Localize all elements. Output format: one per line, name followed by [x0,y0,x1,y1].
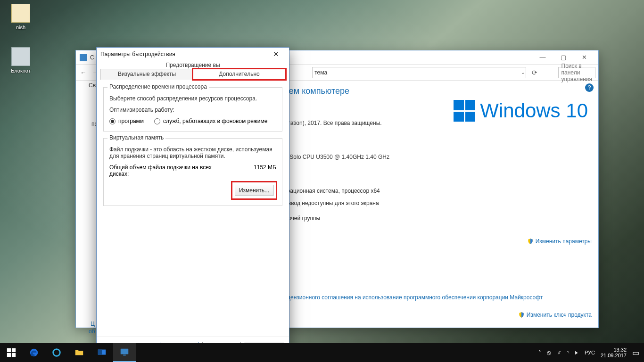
vmem-change-button[interactable]: Изменить... [235,185,273,196]
tray-network-icon[interactable]: ⫽ [556,350,561,355]
refresh-button[interactable]: ⟳ [530,66,539,79]
maximize-button[interactable]: ▢ [553,51,574,64]
windows-start-icon [6,347,17,358]
taskbar[interactable]: ˄ ⎋ ⫽ ◝ 🕨 РУС 13:32 21.09.2017 ▭ [0,343,644,362]
change-settings-text: Изменить параметры [536,238,592,245]
panel-icon [97,347,107,358]
shield-icon [527,238,534,245]
folder-icon [74,347,84,358]
folder-icon [11,4,30,23]
desktop-icon-notepad[interactable]: Блокнот [4,47,38,74]
vmem-total-label: Общий объем файла подкачки на всех диска… [109,164,223,177]
cpu-scheduling-group: Распределение времени процессора Выберит… [103,87,282,132]
windows-brand-text: Windows 10 [480,99,588,122]
window-title-fragment: С [90,54,94,61]
radio-background-services[interactable]: служб, работающих в фоновом режиме [154,118,267,124]
page-heading-suffix: вашем компьютере [273,86,592,96]
tab-row: Визуальные эффекты Дополнительно [100,68,285,80]
radio-icon [154,118,160,124]
left-frag-ob: об [89,328,95,335]
textfile-icon [11,47,30,66]
vmem-legend: Виртуальная память [107,134,165,141]
svg-rect-2 [7,353,11,357]
svg-rect-0 [7,348,11,352]
windows-logo: Windows 10 [454,99,588,122]
svg-rect-7 [98,350,102,355]
dialog-titlebar[interactable]: Параметры быстродействия ✕ [97,48,289,61]
tab-dep-fragment: Предотвращение вы [165,62,220,68]
vmem-total-value: 1152 МБ [254,164,276,177]
cpu-group-text: Выберите способ распределения ресурсов п… [109,95,276,102]
dialog-body: Распределение времени процессора Выберит… [97,80,289,337]
radio-label: программ [118,118,144,124]
taskbar-control-panel[interactable] [113,343,136,362]
change-settings-link[interactable]: Изменить параметры [527,238,592,245]
tab-label: Визуальные эффекты [118,71,176,77]
chevron-down-icon[interactable]: ⌄ [521,70,525,75]
svg-rect-8 [121,349,129,354]
tab-visual-effects[interactable]: Визуальные эффекты [100,69,193,80]
radio-label: служб, работающих в фоновом режиме [163,118,267,124]
tray-wifi-icon[interactable]: ◝ [567,350,568,356]
virtual-memory-group: Виртуальная память Файл подкачки - это о… [103,138,282,206]
license-link-suffix[interactable]: ия лицензионного соглашения на использов… [273,294,543,301]
performance-options-dialog: Параметры быстродействия ✕ Предотвращени… [96,47,289,358]
radio-programs[interactable]: программ [109,118,144,124]
svg-rect-3 [12,353,16,357]
button-label: Изменить... [239,187,269,194]
taskbar-app-1[interactable] [45,343,68,362]
value-r: р [273,258,592,265]
svg-rect-9 [123,355,126,356]
taskbar-app-2[interactable] [91,343,113,362]
left-frag-c: Ц [91,321,95,327]
start-button[interactable] [0,343,23,362]
dialog-close-button[interactable]: ✕ [266,48,285,60]
desktop: nish Блокнот С — ▢ ✕ ← → ⌄ ↑ тема ⌄ ⟳ [0,0,644,362]
windows-logo-icon [454,100,475,122]
tray-location-icon[interactable]: ⎋ [547,349,551,356]
vmem-desc: Файл подкачки - это область на жестком д… [109,146,276,159]
change-key-text: Изменить ключ продукта [527,312,592,318]
optimize-label: Оптимизировать работу: [109,107,276,113]
tray-clock[interactable]: 13:32 21.09.2017 [601,347,627,358]
cpu-value-suffix: (TM)2 Solo CPU U3500 @ 1.40GHz 1.40 GHz [273,154,592,160]
breadcrumb-tail: тема [314,69,327,76]
tray-date: 21.09.2017 [601,353,627,358]
minimize-button[interactable]: — [532,51,553,64]
taskbar-file-explorer[interactable] [68,343,91,362]
os-type-suffix: я операционная система, процессор x64 [273,188,592,194]
icon-label: nish [4,25,38,30]
dialog-title: Параметры быстродействия [100,51,175,58]
tray-volume-icon[interactable]: 🕨 [574,350,579,355]
desktop-icon-nish[interactable]: nish [4,4,38,30]
close-button[interactable]: ✕ [574,51,594,64]
svg-point-5 [53,349,60,356]
tray-action-center-icon[interactable]: ▭ [632,348,639,357]
nav-back-button[interactable]: ← [79,66,88,79]
tab-label: Дополнительно [219,71,259,77]
system-icon [119,347,130,357]
tray-language[interactable]: РУС [585,350,595,355]
address-bar[interactable]: тема ⌄ [312,67,526,78]
shield-icon [518,312,525,318]
edge-icon [29,347,39,358]
system-tray[interactable]: ˄ ⎋ ⫽ ◝ 🕨 РУС 13:32 21.09.2017 ▭ [534,347,644,358]
computer-name: A2LIM [273,227,592,234]
tab-advanced[interactable]: Дополнительно [193,69,286,80]
svg-rect-1 [12,348,16,352]
radio-icon [109,118,116,124]
touch-suffix: рный ввод недоступны для этого экрана [273,200,592,206]
change-product-key-link[interactable]: Изменить ключ продукта [518,312,592,318]
search-input[interactable]: Поиск в панели управления [558,67,595,78]
tray-time: 13:32 [601,347,627,353]
taskbar-edge[interactable] [23,343,45,362]
tray-chevron-up-icon[interactable]: ˄ [538,350,541,356]
icon-label: Блокнот [4,68,38,74]
control-panel-icon [80,54,87,61]
workgroup-hdr-suffix: ы рабочей группы [273,215,592,222]
cpu-group-legend: Распределение времени процессора [107,83,209,90]
circle-icon [51,347,62,358]
search-placeholder: Поиск в панели управления [561,63,592,82]
